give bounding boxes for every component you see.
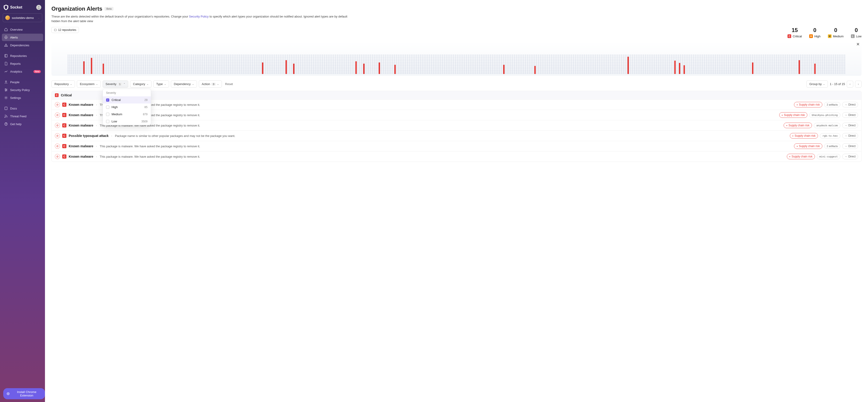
artifact-chip[interactable]: mini-suggest [817,154,840,159]
nav-label: Alerts [10,36,18,39]
filter-severity[interactable]: Severity 1 ⌃ [103,80,128,88]
artifact-chip[interactable]: 2 artifacts [824,102,840,107]
repo-icon [4,54,8,58]
filter-repository[interactable]: Repository⌄ [52,80,75,88]
prev-page-button[interactable]: ‹ [847,81,853,88]
repositories-chip[interactable]: 12 repositories [52,27,79,33]
risk-tag: Supply chain risk [784,123,812,128]
dropdown-item-critical[interactable]: Critical29 [103,96,151,103]
filter-dependency[interactable]: Dependency⌄ [171,80,197,88]
svg-point-18 [8,393,9,394]
reset-filters[interactable]: Reset [225,82,233,86]
viz-bar [103,64,104,74]
group-by-button[interactable]: Group by⌄ [806,80,828,88]
install-chrome-extension-button[interactable]: Install Chrome Extension [3,388,45,399]
low-count: 0 LLow [851,27,862,38]
alert-description: This package is malware. We have asked t… [100,155,784,158]
alerts-table: C Critical ⊘ C Known malware › This pack… [52,91,862,162]
direct-tag: Direct [842,112,858,118]
artifact-chip[interactable]: bhai4you-phishing [809,112,840,118]
filter-action-count: 3 [212,83,216,86]
alert-row[interactable]: ⊘ C Possible typosquat attack › Package … [52,131,861,141]
low-label: Low [856,35,862,38]
sidebar-item-threat-feed[interactable]: Threat Feed [2,112,43,120]
sidebar-item-get-help[interactable]: Get help [2,120,43,128]
artifact-chip[interactable]: anydesk-malcom [814,123,840,128]
viz-bar [627,57,629,74]
filter-action[interactable]: Action3⌄ [199,80,222,88]
sidebar-item-alerts[interactable]: Alerts [2,34,43,41]
severity-badge: C [62,134,66,138]
svg-rect-19 [55,29,57,31]
sidebar-item-settings[interactable]: Settings [2,94,43,101]
critical-num: 15 [792,27,798,33]
artifact-chip[interactable]: rgb-to-hex [820,133,840,138]
sidebar-item-overview[interactable]: Overview [2,26,43,33]
user-avatar[interactable] [36,5,41,10]
rss-icon [4,114,8,118]
alert-title: Known malware [69,155,93,158]
nav-label: People [10,80,19,84]
sidebar-item-reports[interactable]: Reports [2,60,43,67]
page-title: Organization Alerts [52,5,102,12]
nav-label: Threat Feed [10,114,27,118]
chevron-down-icon: ⌄ [96,83,98,85]
alert-density-visualization: ✕ [52,41,862,76]
sidebar-item-analytics[interactable]: AnalyticsNew [2,68,43,75]
alert-description: This package is malware. We have asked t… [100,103,792,106]
bell-icon [4,35,8,39]
user-icon [4,80,8,84]
pagination-info: 1 - 15 of 15 [830,82,845,86]
filter-category[interactable]: Category⌄ [130,80,152,88]
dropdown-item-medium[interactable]: Medium879 [103,111,151,118]
viz-bar [285,60,287,74]
org-avatar-icon [5,15,10,20]
viz-bar [534,66,536,74]
svg-point-2 [6,46,6,46]
direct-tag: Direct [842,123,858,128]
next-page-button[interactable]: › [855,81,862,88]
viz-bar [91,58,92,74]
viz-strip [68,55,845,74]
high-num: 0 [813,27,816,33]
org-selector[interactable]: socketdev-demo ⌄ [3,13,42,22]
alert-row[interactable]: ⊘ C Known malware › This package is malw… [52,99,861,110]
severity-summary: 15 CCritical 0 HHigh 0 MMedium 0 LLow [787,27,862,38]
sidebar-item-people[interactable]: People [2,78,43,86]
alert-row[interactable]: ⊘ C Known malware › This package is malw… [52,110,861,120]
dropdown-item-low[interactable]: Low3509 [103,118,151,125]
viz-bar [674,61,676,74]
nav-label: Settings [10,96,21,100]
checkbox-icon [106,106,109,109]
severity-badge: C [62,113,66,117]
sidebar-item-docs[interactable]: Docs [2,105,43,112]
severity-badge: C [62,155,66,159]
close-viz-button[interactable]: ✕ [856,42,860,47]
alert-title: Known malware [69,113,93,117]
nav-label: Security Policy [10,88,30,92]
alert-row[interactable]: ⊘ C Known malware › This package is malw… [52,151,861,162]
logo[interactable]: Socket [4,5,22,10]
critical-label: Critical [793,35,802,38]
dropdown-item-count: 29 [144,98,147,102]
sidebar-item-security-policy[interactable]: Security Policy [2,86,43,94]
alert-title: Known malware [69,144,93,148]
sidebar-item-dependencies[interactable]: Dependencies [2,41,43,49]
sidebar-item-repositories[interactable]: Repositories [2,52,43,60]
severity-badge: C [62,144,66,148]
dropdown-item-count: 879 [143,113,148,116]
malware-icon: ⊘ [55,102,60,107]
dropdown-item-high[interactable]: High85 [103,103,151,111]
artifact-chip[interactable]: 2 artifacts [824,144,840,149]
alert-row[interactable]: ⊘ C Known malware › This package is malw… [52,120,861,131]
filter-ecosystem[interactable]: Ecosystem⌄ [77,80,101,88]
alert-description: This package is malware. We have asked t… [100,113,777,117]
checkbox-icon [106,120,109,123]
filter-type[interactable]: Type⌄ [153,80,169,88]
alert-row[interactable]: ⊘ C Known malware › This package is malw… [52,141,861,151]
security-policy-link[interactable]: Security Policy [189,15,209,18]
medium-icon: M [828,34,832,38]
shield-icon [4,5,8,10]
viz-bar [799,60,800,74]
page-subtitle: These are the alerts detected within the… [52,14,356,23]
